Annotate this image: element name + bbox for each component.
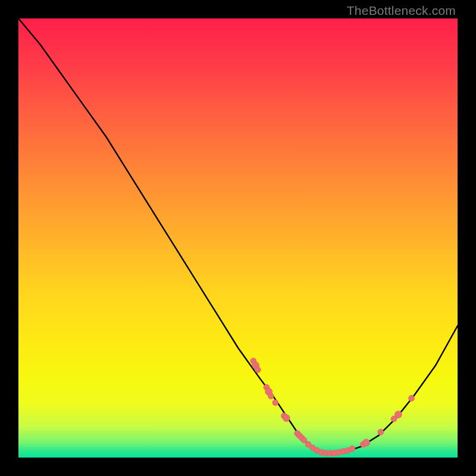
data-marker xyxy=(394,411,402,418)
data-marker xyxy=(301,437,307,443)
data-marker xyxy=(349,446,355,452)
data-marker xyxy=(363,439,370,446)
marker-group xyxy=(250,358,415,456)
bottleneck-curve xyxy=(18,18,458,453)
data-marker xyxy=(273,400,278,406)
data-marker xyxy=(255,367,261,372)
data-marker xyxy=(409,395,415,401)
data-marker xyxy=(378,429,384,435)
curve-layer xyxy=(18,18,458,458)
chart-frame: TheBottleneck.com xyxy=(0,0,476,476)
data-marker xyxy=(268,393,274,399)
data-marker xyxy=(283,415,290,422)
watermark-text: TheBottleneck.com xyxy=(347,4,456,18)
plot-area xyxy=(18,18,458,458)
